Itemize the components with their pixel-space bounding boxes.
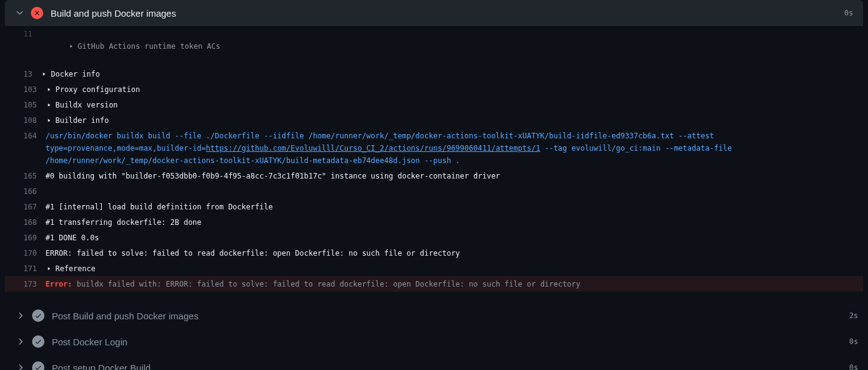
line-number: 168 <box>5 216 46 229</box>
log-line: 170 ERROR: failed to solve: failed to re… <box>5 245 863 261</box>
log-line: 167 #1 [internal] load build definition … <box>5 199 863 214</box>
step-title: Post Docker Login <box>52 337 849 347</box>
check-circle-icon <box>32 335 44 348</box>
step-title: Post Build and push Docker images <box>52 311 849 321</box>
line-number: 166 <box>5 185 46 198</box>
step-title: Post setup Docker Build <box>52 363 849 371</box>
log-fold-line[interactable]: 13 Docker info <box>5 66 863 82</box>
fold-label: Docker info <box>51 70 99 78</box>
line-number: 170 <box>5 247 46 259</box>
log-text <box>46 185 863 198</box>
chevron-down-icon <box>15 8 25 18</box>
line-number: 11 <box>5 28 41 65</box>
fold-label: Proxy configuration <box>56 85 140 94</box>
triangle-right-icon <box>46 114 53 127</box>
step-duration: 0s <box>849 337 858 346</box>
log-fold-line[interactable]: 105 Buildx version <box>5 97 863 112</box>
log-line: 165 #0 building with "builder-f053dbb0-f… <box>5 168 863 183</box>
x-circle-icon <box>31 7 43 19</box>
fold-label: GitHub Actions runtime token ACs <box>78 42 220 51</box>
step-duration: 0s <box>849 363 858 370</box>
check-circle-icon <box>32 361 44 370</box>
chevron-right-icon <box>16 337 26 347</box>
log-line: 169 #1 DONE 0.0s <box>5 230 863 245</box>
builder-id-link[interactable]: https://github.com/Evoluwilll/Curso_CI_2… <box>206 144 540 153</box>
step-title: Build and push Docker images <box>51 8 845 19</box>
line-number: 165 <box>5 170 46 182</box>
line-number: 13 <box>5 68 41 80</box>
log-error-line: 173 Error: buildx failed with: ERROR: fa… <box>5 276 863 292</box>
line-number: 167 <box>5 201 46 213</box>
check-circle-icon <box>32 309 44 322</box>
fold-label: Reference <box>56 264 96 273</box>
fold-label: Builder info <box>56 116 109 125</box>
chevron-right-icon <box>16 363 26 370</box>
log-text: ERROR: failed to solve: failed to read d… <box>46 247 863 259</box>
step-duration: 0s <box>845 9 853 17</box>
log-line: 168 #1 transferring dockerfile: 2B done <box>5 214 863 230</box>
log-text: #1 transferring dockerfile: 2B done <box>46 216 863 229</box>
log-text: #0 building with "builder-f053dbb0-f0b9-… <box>46 170 863 182</box>
error-prefix: Error: <box>46 280 77 288</box>
step-header-post-docker-login[interactable]: Post Docker Login 0s <box>0 329 868 355</box>
chevron-right-icon <box>16 311 26 321</box>
log-fold-line[interactable]: 171 Reference <box>5 261 863 276</box>
line-number: 173 <box>5 278 46 290</box>
log-output: 11 GitHub Actions runtime token ACs 13 D… <box>5 26 863 292</box>
log-fold-line[interactable]: 103 Proxy configuration <box>5 82 863 97</box>
step-header-post-setup-docker-build[interactable]: Post setup Docker Build 0s <box>0 355 868 370</box>
log-line: 166 <box>5 183 863 199</box>
error-text: buildx failed with: ERROR: failed to sol… <box>76 280 580 288</box>
log-fold-line[interactable]: 108 Builder info <box>5 112 863 128</box>
log-fold-line[interactable]: 11 GitHub Actions runtime token ACs <box>5 26 863 66</box>
line-number: 171 <box>5 263 46 275</box>
step-duration: 2s <box>849 311 858 320</box>
line-number: 103 <box>5 83 46 96</box>
line-number: 164 <box>5 130 46 167</box>
fold-label: Buildx version <box>56 101 118 109</box>
log-text: #1 DONE 0.0s <box>46 232 863 244</box>
log-command: /usr/bin/docker buildx build --file ./Do… <box>46 130 863 167</box>
log-text: #1 [internal] load build definition from… <box>46 201 863 213</box>
step-header-build-push[interactable]: Build and push Docker images 0s <box>5 0 863 26</box>
triangle-right-icon <box>68 40 75 53</box>
triangle-right-icon <box>46 263 53 275</box>
triangle-right-icon <box>41 68 48 80</box>
log-line: 164 /usr/bin/docker buildx build --file … <box>5 128 863 168</box>
triangle-right-icon <box>46 83 53 96</box>
line-number: 169 <box>5 232 46 244</box>
line-number: 105 <box>5 99 46 111</box>
triangle-right-icon <box>46 99 53 111</box>
line-number: 108 <box>5 114 46 127</box>
step-header-post-build-push[interactable]: Post Build and push Docker images 2s <box>0 303 868 329</box>
